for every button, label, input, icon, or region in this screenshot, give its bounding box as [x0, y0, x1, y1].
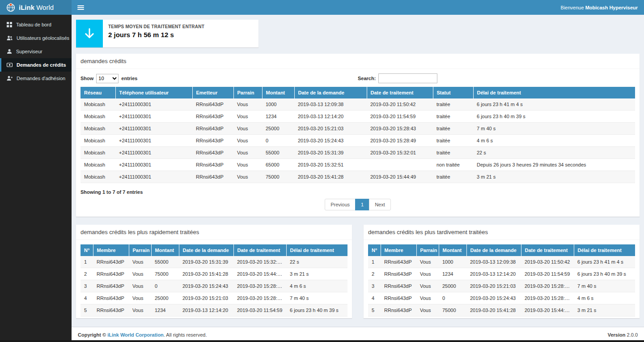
column-header[interactable]: Montant — [151, 244, 179, 256]
table-cell: 2019-03-20 15:41:28 — [294, 171, 367, 183]
column-header[interactable]: Délai de traitement — [286, 244, 347, 256]
table-cell: RRnsi643dP — [93, 292, 129, 304]
column-header[interactable]: Parrain — [233, 87, 262, 98]
column-header[interactable]: Réseau — [80, 87, 115, 98]
table-row: 4RRnsi643dPVous250002019-03-20 15:21:032… — [80, 292, 347, 304]
table-cell: 2019-03-20 15:28:49 — [521, 292, 574, 304]
column-header[interactable]: Date de traitement — [367, 87, 433, 98]
table-cell: Vous — [416, 280, 439, 292]
table-cell: 0 — [262, 135, 294, 147]
column-header[interactable]: Délai de traitement — [574, 244, 635, 256]
table-cell: 6 jours 23 h 41 m 4 s — [574, 256, 635, 268]
search-input[interactable] — [378, 73, 437, 83]
table-cell: 2019-03-20 15:28:43 — [367, 123, 433, 135]
table-cell: 2019-03-13 12:14:20 — [179, 304, 233, 316]
pagination-next-button[interactable]: Next — [369, 199, 391, 210]
table-cell: 3 — [80, 280, 93, 292]
table-cell: 2019-03-20 15:31:39 — [179, 256, 233, 268]
table-cell: 75000 — [439, 304, 466, 316]
table-header-row: N°MembreParrainMontantDate de la demande… — [368, 244, 635, 256]
table-cell: 0 — [439, 292, 466, 304]
table-cell: RRnsi643dP — [381, 304, 416, 316]
column-header[interactable]: Montant — [262, 87, 294, 98]
table-cell: Vous — [129, 268, 151, 280]
table-cell: RRnsi643dP — [93, 280, 129, 292]
column-header[interactable]: Emetteur — [192, 87, 233, 98]
table-cell: 2019-03-13 12:14:20 — [294, 111, 367, 123]
table-cell: traitée — [433, 123, 473, 135]
table-cell: Mobicash — [80, 159, 115, 171]
brand-logo-icon — [6, 3, 15, 12]
column-header[interactable]: Date de traitement — [233, 244, 286, 256]
sidebar-item-supervisor[interactable]: Superviseur — [0, 45, 72, 58]
table-cell: RRnsi643dP — [192, 147, 233, 159]
table-cell: Vous — [416, 304, 439, 316]
table-header-row: RéseauTéléphone utilisateurEmetteurParra… — [80, 87, 635, 98]
column-header[interactable]: Statut — [433, 87, 473, 98]
column-header[interactable]: Parrain — [129, 244, 151, 256]
column-header[interactable]: N° — [80, 244, 93, 256]
column-header[interactable]: Date de la demande — [179, 244, 233, 256]
table-cell: Depuis 26 jours 3 heures 29 minutes 34 s… — [473, 159, 635, 171]
table-cell: 6 jours 23 h 40 m 39 s — [286, 304, 347, 316]
sidebar-toggle-button[interactable] — [72, 0, 90, 15]
user-menu[interactable]: Bienvenue Mobicash Hyperviseur — [561, 5, 644, 10]
table-summary: Showing 1 to 7 of 7 entries — [76, 183, 640, 195]
table-cell: 4 m 6 s — [473, 135, 635, 147]
column-header[interactable]: Téléphone utilisateur — [115, 87, 192, 98]
sidebar-item-geolocated-users[interactable]: Utilisateurs géolocalisés — [0, 31, 72, 45]
pagination-previous-button[interactable]: Previous — [325, 199, 356, 210]
table-row: 2RRnsi643dPVous12342019-03-13 12:14:2020… — [368, 268, 635, 280]
table-cell: 2019-03-13 12:09:38 — [294, 98, 367, 111]
panel-title: demandes crédits — [76, 54, 640, 69]
infobox-text: TEMPS MOYEN DE TRAITEMENT ENTRANT 2 jour… — [103, 20, 210, 47]
table-cell: 1234 — [439, 268, 466, 280]
table-row: Mobicash+24111000301RRnsi643dPVous750002… — [80, 171, 635, 183]
table-cell: RRnsi643dP — [192, 111, 233, 123]
column-header[interactable]: Membre — [93, 244, 129, 256]
panel-title: demandes crédits les plus tardivement tr… — [364, 225, 640, 240]
table-cell: 22 s — [473, 147, 635, 159]
table-cell: RRnsi643dP — [192, 171, 233, 183]
infobox-value: 2 jours 7 h 56 m 12 s — [108, 31, 204, 38]
column-header[interactable]: Date de traitement — [521, 244, 574, 256]
table-cell: 2019-03-20 15:41:28 — [179, 268, 233, 280]
sidebar-item-label: Tableau de bord — [16, 22, 51, 27]
table-row: Mobicash+24111000301RRnsi643dPVous250002… — [80, 123, 635, 135]
sidebar-item-membership-requests[interactable]: Demandes d'adhésion — [0, 72, 72, 85]
pagination-page-1-button[interactable]: 1 — [355, 199, 369, 210]
column-header[interactable]: Délai de traitement — [473, 87, 635, 98]
down-arrow-icon — [83, 27, 96, 40]
table-cell: 2019-03-20 15:21:03 — [466, 280, 521, 292]
table-cell: Vous — [416, 292, 439, 304]
table-row: 1RRnsi643dPVous10002019-03-13 12:09:3820… — [368, 256, 635, 268]
table-cell: Mobicash — [80, 147, 115, 159]
table-cell: 2019-03-20 15:28:49 — [367, 135, 433, 147]
column-header[interactable]: Membre — [381, 244, 416, 256]
sidebar-item-dashboard[interactable]: Tableau de bord — [0, 18, 72, 31]
welcome-prefix: Bienvenue — [561, 5, 584, 10]
table-cell: 2019-03-20 15:44:49 — [521, 304, 574, 316]
top-navbar: iLink World Bienvenue Mobicash Hypervise… — [0, 0, 644, 15]
table-cell: RRnsi643dP — [192, 123, 233, 135]
table-cell: traitée — [433, 111, 473, 123]
company-link[interactable]: iLink World Corporation — [107, 332, 164, 338]
entries-select[interactable]: 10 — [96, 74, 119, 83]
column-header[interactable]: N° — [368, 244, 381, 256]
brand[interactable]: iLink World — [0, 0, 72, 15]
bottom-panels-row: demandes crédits les plus rapidement tra… — [76, 225, 640, 326]
table-cell: 55000 — [151, 256, 179, 268]
table-cell: RRnsi643dP — [93, 268, 129, 280]
sidebar-item-credit-requests[interactable]: Demandes de crédits — [0, 58, 72, 72]
copyright: Copyright © iLink World Corporation. All… — [78, 332, 207, 338]
column-header[interactable]: Parrain — [416, 244, 439, 256]
table-header-row: N°MembreParrainMontantDate de la demande… — [80, 244, 347, 256]
column-header[interactable]: Date de la demande — [466, 244, 521, 256]
column-header[interactable]: Date de la demande — [294, 87, 367, 98]
entries-label: entries — [121, 76, 137, 81]
table-cell: 5 — [80, 304, 93, 316]
column-header[interactable]: Montant — [439, 244, 466, 256]
table-cell: +24111000301 — [115, 147, 192, 159]
main-area: TEMPS MOYEN DE TRAITEMENT ENTRANT 2 jour… — [72, 0, 644, 342]
table-row: 4RRnsi643dPVous02019-03-20 15:24:432019-… — [368, 292, 635, 304]
